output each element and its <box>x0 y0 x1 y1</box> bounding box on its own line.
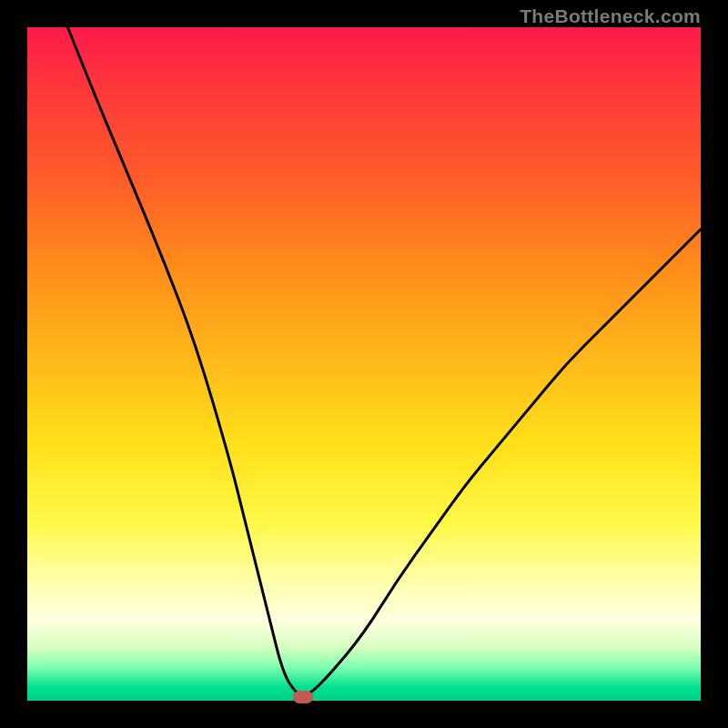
watermark-text: TheBottleneck.com <box>520 5 701 27</box>
plot-area <box>27 27 701 701</box>
bottleneck-curve <box>67 27 701 694</box>
optimum-marker <box>293 691 313 703</box>
curve-svg <box>27 27 701 701</box>
chart-container: TheBottleneck.com <box>0 0 728 728</box>
